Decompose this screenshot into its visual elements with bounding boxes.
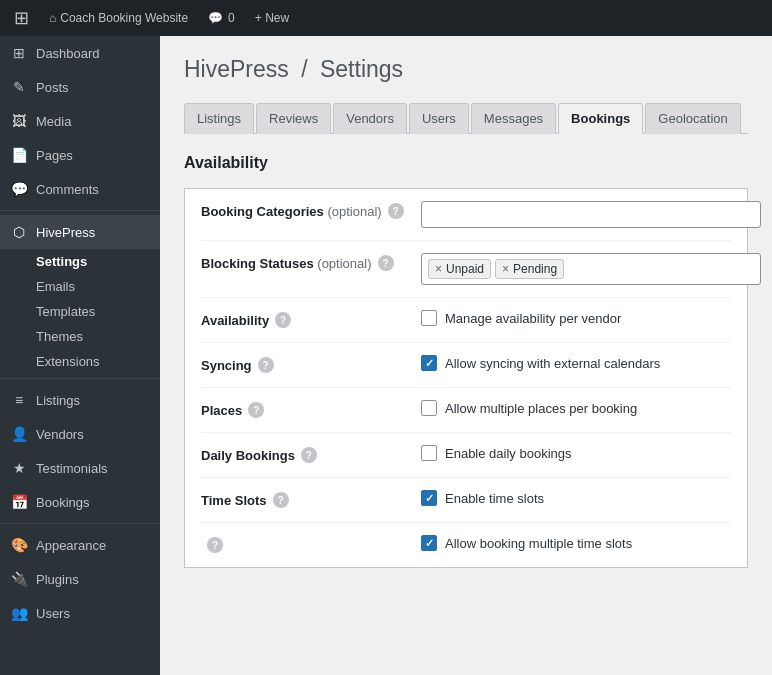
sidebar-item-label: Bookings [36, 495, 89, 510]
time-slots-checkbox-label: Enable time slots [445, 491, 544, 506]
bookings-icon: 📅 [10, 493, 28, 511]
field-control-blocking-statuses: × Unpaid × Pending [421, 253, 761, 285]
sidebar-divider-2 [0, 378, 160, 379]
comments-icon: 💬 [208, 11, 223, 25]
admin-bar: ⊞ ⌂ Coach Booking Website 💬 0 + New [0, 0, 772, 36]
places-checkbox-wrapper: Allow multiple places per booking [421, 400, 637, 416]
wp-logo-button[interactable]: ⊞ [8, 0, 35, 36]
sidebar: ⊞ Dashboard ✎ Posts 🖼 Media 📄 Pages 💬 Co… [0, 36, 160, 675]
field-daily-bookings: Daily Bookings ? Enable daily bookings [201, 433, 731, 478]
help-icon-places[interactable]: ? [248, 402, 264, 418]
sidebar-item-listings[interactable]: ≡ Listings [0, 383, 160, 417]
help-icon-time-slots[interactable]: ? [273, 492, 289, 508]
sidebar-item-testimonials[interactable]: ★ Testimonials [0, 451, 160, 485]
page-title: HivePress / Settings [184, 56, 748, 83]
field-control-multiple-time-slots: Allow booking multiple time slots [421, 535, 731, 551]
field-multiple-time-slots: ? Allow booking multiple time slots [201, 523, 731, 567]
field-syncing: Syncing ? Allow syncing with external ca… [201, 343, 731, 388]
sidebar-item-bookings[interactable]: 📅 Bookings [0, 485, 160, 519]
section-title: Availability [184, 154, 748, 172]
sidebar-item-vendors[interactable]: 👤 Vendors [0, 417, 160, 451]
sidebar-divider-3 [0, 523, 160, 524]
field-control-availability: Manage availability per vendor [421, 310, 731, 326]
sidebar-item-label: Testimonials [36, 461, 108, 476]
tab-bookings[interactable]: Bookings [558, 103, 643, 134]
comments-count: 0 [228, 11, 235, 25]
field-label-daily-bookings: Daily Bookings ? [201, 445, 421, 465]
settings-container: Booking Categories (optional) ? Blocking… [184, 188, 748, 568]
help-icon-syncing[interactable]: ? [258, 357, 274, 373]
tab-users[interactable]: Users [409, 103, 469, 134]
sidebar-subitem-emails[interactable]: Emails [36, 274, 160, 299]
main-layout: ⊞ Dashboard ✎ Posts 🖼 Media 📄 Pages 💬 Co… [0, 36, 772, 675]
sidebar-subitem-themes[interactable]: Themes [36, 324, 160, 349]
availability-checkbox[interactable] [421, 310, 437, 326]
sidebar-item-dashboard[interactable]: ⊞ Dashboard [0, 36, 160, 70]
field-label-booking-categories: Booking Categories (optional) ? [201, 201, 421, 221]
vendors-icon: 👤 [10, 425, 28, 443]
places-checkbox[interactable] [421, 400, 437, 416]
sidebar-item-label: Listings [36, 393, 80, 408]
help-icon-blocking-statuses[interactable]: ? [378, 255, 394, 271]
users-icon: 👥 [10, 604, 28, 622]
help-icon-multiple-time-slots[interactable]: ? [207, 537, 223, 553]
field-control-syncing: Allow syncing with external calendars [421, 355, 731, 371]
field-label-multiple-time-slots: ? [201, 535, 421, 555]
field-control-time-slots: Enable time slots [421, 490, 731, 506]
tab-messages[interactable]: Messages [471, 103, 556, 134]
multiple-time-slots-checkbox[interactable] [421, 535, 437, 551]
sidebar-item-plugins[interactable]: 🔌 Plugins [0, 562, 160, 596]
testimonials-icon: ★ [10, 459, 28, 477]
sidebar-item-pages[interactable]: 📄 Pages [0, 138, 160, 172]
media-icon: 🖼 [10, 112, 28, 130]
sidebar-item-label: Plugins [36, 572, 79, 587]
syncing-checkbox[interactable] [421, 355, 437, 371]
sidebar-item-label: Dashboard [36, 46, 100, 61]
tab-geolocation[interactable]: Geolocation [645, 103, 740, 134]
tab-listings[interactable]: Listings [184, 103, 254, 134]
places-checkbox-label: Allow multiple places per booking [445, 401, 637, 416]
site-name-button[interactable]: ⌂ Coach Booking Website [43, 0, 194, 36]
daily-bookings-checkbox[interactable] [421, 445, 437, 461]
tab-reviews[interactable]: Reviews [256, 103, 331, 134]
appearance-icon: 🎨 [10, 536, 28, 554]
multiple-time-slots-checkbox-wrapper: Allow booking multiple time slots [421, 535, 632, 551]
field-label-availability: Availability ? [201, 310, 421, 330]
field-booking-categories: Booking Categories (optional) ? [201, 189, 731, 241]
sidebar-item-posts[interactable]: ✎ Posts [0, 70, 160, 104]
sidebar-item-comments[interactable]: 💬 Comments [0, 172, 160, 206]
blocking-statuses-input[interactable]: × Unpaid × Pending [421, 253, 761, 285]
site-name-label: Coach Booking Website [60, 11, 188, 25]
multiple-time-slots-checkbox-label: Allow booking multiple time slots [445, 536, 632, 551]
tag-pending: × Pending [495, 259, 564, 279]
help-icon-availability[interactable]: ? [275, 312, 291, 328]
sidebar-item-appearance[interactable]: 🎨 Appearance [0, 528, 160, 562]
sidebar-item-label: Appearance [36, 538, 106, 553]
tag-unpaid: × Unpaid [428, 259, 491, 279]
sidebar-item-users[interactable]: 👥 Users [0, 596, 160, 630]
comments-button[interactable]: 💬 0 [202, 0, 241, 36]
sidebar-item-hivepress[interactable]: ⬡ HivePress [0, 215, 160, 249]
daily-bookings-checkbox-wrapper: Enable daily bookings [421, 445, 571, 461]
tag-remove-unpaid[interactable]: × [435, 262, 442, 276]
new-button[interactable]: + New [249, 0, 295, 36]
sidebar-subitem-templates[interactable]: Templates [36, 299, 160, 324]
hivepress-submenu: Settings Emails Templates Themes Extensi… [0, 249, 160, 374]
sidebar-subitem-settings[interactable]: Settings [36, 249, 160, 274]
sidebar-item-label: Vendors [36, 427, 84, 442]
sidebar-item-label: Posts [36, 80, 69, 95]
help-icon-booking-categories[interactable]: ? [388, 203, 404, 219]
sidebar-subitem-extensions[interactable]: Extensions [36, 349, 160, 374]
new-label: + New [255, 11, 289, 25]
sidebar-item-media[interactable]: 🖼 Media [0, 104, 160, 138]
availability-checkbox-label: Manage availability per vendor [445, 311, 621, 326]
time-slots-checkbox[interactable] [421, 490, 437, 506]
booking-categories-input[interactable] [421, 201, 761, 228]
posts-icon: ✎ [10, 78, 28, 96]
sidebar-item-label: HivePress [36, 225, 95, 240]
sidebar-item-label: Media [36, 114, 71, 129]
help-icon-daily-bookings[interactable]: ? [301, 447, 317, 463]
pages-icon: 📄 [10, 146, 28, 164]
tag-remove-pending[interactable]: × [502, 262, 509, 276]
tab-vendors[interactable]: Vendors [333, 103, 407, 134]
